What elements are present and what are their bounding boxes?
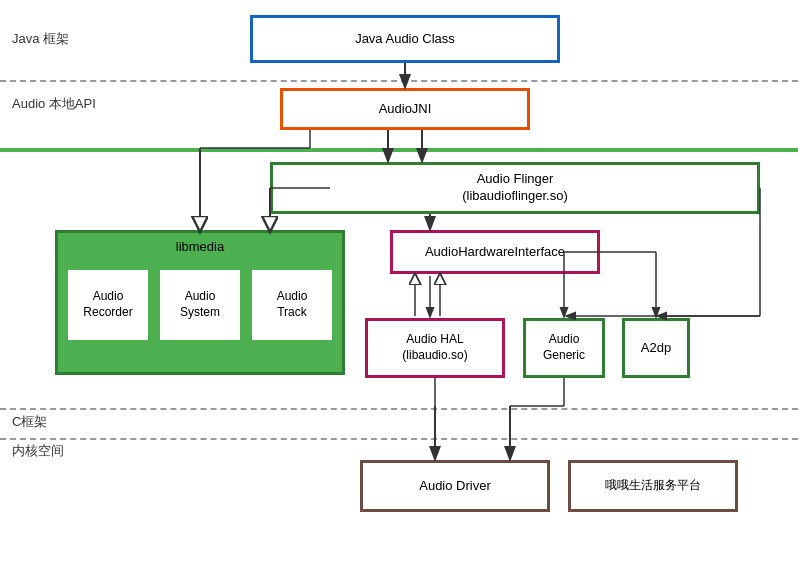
audio-recorder-label: Audio Recorder: [83, 289, 132, 320]
libmedia-label: libmedia: [176, 239, 224, 256]
a2dp-label: A2dp: [641, 340, 671, 357]
watermark-label: 哦哦生活服务平台: [605, 478, 701, 494]
audio-api-label: Audio 本地API: [12, 95, 96, 113]
audio-flinger-label: Audio Flinger (libaudioflinger.so): [462, 171, 568, 205]
separator-1: [0, 80, 798, 82]
kernel-label: 内核空间: [12, 442, 64, 460]
separator-3: [0, 438, 798, 440]
audio-generic-box: Audio Generic: [523, 318, 605, 378]
audio-system-box: Audio System: [160, 270, 240, 340]
watermark-box: 哦哦生活服务平台: [568, 460, 738, 512]
audio-hardware-interface-box: AudioHardwareInterface: [390, 230, 600, 274]
green-band: [0, 148, 798, 152]
audio-recorder-box: Audio Recorder: [68, 270, 148, 340]
diagram: Java 框架 Java Audio Class Audio 本地API Aud…: [0, 0, 798, 565]
audio-jni-box: AudioJNI: [280, 88, 530, 130]
audio-hardware-interface-label: AudioHardwareInterface: [425, 244, 565, 261]
audio-flinger-box: Audio Flinger (libaudioflinger.so): [270, 162, 760, 214]
java-framework-label: Java 框架: [12, 30, 69, 48]
a2dp-box: A2dp: [622, 318, 690, 378]
audio-jni-label: AudioJNI: [379, 101, 432, 118]
java-audio-class-label: Java Audio Class: [355, 31, 455, 48]
java-audio-class-box: Java Audio Class: [250, 15, 560, 63]
separator-2: [0, 408, 798, 410]
audio-system-label: Audio System: [180, 289, 220, 320]
audio-hal-label: Audio HAL (libaudio.so): [402, 332, 467, 363]
audio-generic-label: Audio Generic: [543, 332, 585, 363]
audio-driver-label: Audio Driver: [419, 478, 491, 495]
audio-driver-box: Audio Driver: [360, 460, 550, 512]
audio-hal-box: Audio HAL (libaudio.so): [365, 318, 505, 378]
audio-track-box: Audio Track: [252, 270, 332, 340]
c-framework-label: C框架: [12, 413, 47, 431]
audio-track-label: Audio Track: [277, 289, 308, 320]
